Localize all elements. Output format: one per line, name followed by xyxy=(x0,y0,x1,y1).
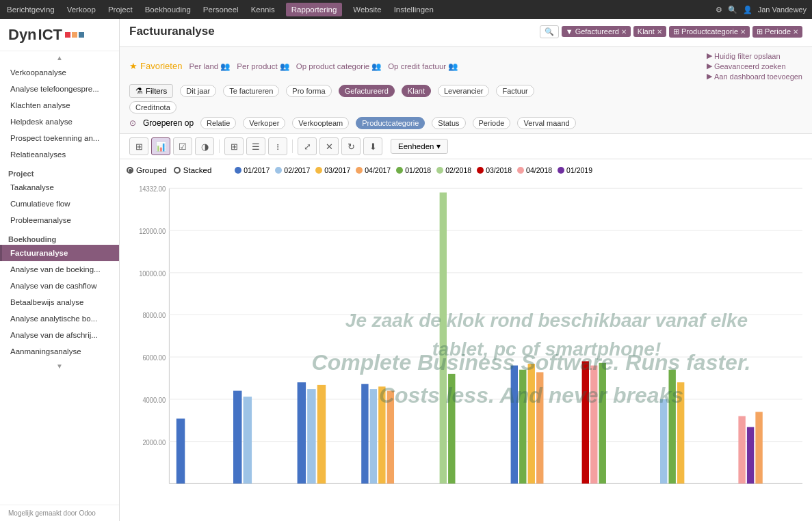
sidebar-down-arrow[interactable]: ▼ xyxy=(0,360,119,373)
chip-klant[interactable]: Klant ✕ xyxy=(633,26,666,37)
chip-periode-close[interactable]: ✕ xyxy=(793,28,798,36)
pill-verkoper[interactable]: Verkoper xyxy=(243,117,285,129)
pill-leverancier[interactable]: Leverancier xyxy=(438,85,489,97)
nav-boekhouding[interactable]: Boekhouding xyxy=(144,3,192,16)
legend-dot-04/2018 xyxy=(517,167,524,174)
op-credit-factuur-icon: 👥 xyxy=(448,62,458,71)
nav-kennis[interactable]: Kennis xyxy=(250,3,276,16)
sidebar-up-arrow[interactable]: ▲ xyxy=(0,51,119,64)
sidebar-item-relatie[interactable]: Relatieanalyses xyxy=(0,146,119,163)
huidig-filter-link[interactable]: ▶ Huidig filter opslaan xyxy=(707,51,802,60)
per-land-link[interactable]: Per land 👥 xyxy=(189,62,230,71)
nav-project[interactable]: Project xyxy=(107,3,134,16)
sidebar-item-telefoongespre[interactable]: Analyse telefoongespre... xyxy=(0,81,119,97)
columns-btn[interactable]: ⫶ xyxy=(268,137,287,155)
user-avatar[interactable]: 👤 xyxy=(743,5,752,14)
op-credit-factuur-link[interactable]: Op credit factuur 👥 xyxy=(388,62,458,71)
bar-chart-btn[interactable]: 📊 xyxy=(151,137,170,155)
sidebar-item-aanmanings[interactable]: Aanmaningsanalyse xyxy=(0,343,119,360)
bar-cat6-s3 xyxy=(528,364,535,483)
legend-dot-03/2017 xyxy=(315,167,322,174)
chart-svg: 14332.00 12000.00 10000.00 8000.00 6000.… xyxy=(127,180,802,500)
close-btn[interactable]: ✕ xyxy=(319,137,339,155)
nav-instellingen[interactable]: Instellingen xyxy=(393,3,435,16)
close-icon: ✕ xyxy=(326,142,333,152)
per-product-link[interactable]: Per product 👥 xyxy=(237,62,289,71)
bar-cat4-s2 xyxy=(370,389,377,483)
download-btn[interactable]: ⬇ xyxy=(363,137,382,155)
bar-cat4-s4 xyxy=(387,391,394,484)
bar-cat1-s1 xyxy=(176,418,185,483)
nav-rapportering[interactable]: Rapportering xyxy=(286,3,342,16)
chip-periode-icon: ⊞ xyxy=(757,27,763,36)
sidebar-item-betaalbewijs[interactable]: Betaalbewijs analyse xyxy=(0,294,119,310)
bar-cat6-s1 xyxy=(511,366,518,484)
sidebar-item-helpdesk[interactable]: Helpdesk analyse xyxy=(0,113,119,130)
chip-klant-close[interactable]: ✕ xyxy=(657,28,662,36)
grouped-option[interactable]: Grouped xyxy=(127,166,167,174)
stacked-option[interactable]: Stacked xyxy=(174,166,212,174)
sidebar-item-cumulatieve[interactable]: Cumulatieve flow xyxy=(0,196,119,212)
sidebar-item-analytische[interactable]: Analyse analytische bo... xyxy=(0,310,119,327)
chip-gefactureerd[interactable]: ▼ Gefactureerd ✕ xyxy=(562,26,631,37)
pill-pro-forma[interactable]: Pro forma xyxy=(286,85,331,97)
chip-gefactureerd-close[interactable]: ✕ xyxy=(621,28,627,36)
circle-btn[interactable]: ◑ xyxy=(195,137,214,155)
pill-factuur[interactable]: Factuur xyxy=(496,85,534,97)
expand-btn[interactable]: ⤢ xyxy=(298,137,317,155)
pill-relatie[interactable]: Relatie xyxy=(200,117,236,129)
pill-klant[interactable]: Klant xyxy=(402,85,431,97)
sidebar-item-verkoopanalyse[interactable]: Verkoopanalyse xyxy=(0,64,119,81)
pill-gefactureerd[interactable]: Gefactureerd xyxy=(339,85,395,97)
nav-personeel[interactable]: Personeel xyxy=(202,3,240,16)
sidebar-item-taak[interactable]: Taakanalyse xyxy=(0,179,119,196)
sidebar-item-prospect[interactable]: Prospect toekenning an... xyxy=(0,130,119,146)
chip-productcategorie-label: Productcategorie xyxy=(681,27,738,36)
chip-periode[interactable]: ⊞ Periode ✕ xyxy=(752,26,802,38)
sidebar-item-boeking[interactable]: Analyse van de boeking... xyxy=(0,261,119,278)
bar-cat2-s2 xyxy=(244,397,252,483)
nav-berichtgeving[interactable]: Berichtgeving xyxy=(5,3,56,16)
chip-periode-label: Periode xyxy=(765,27,791,36)
sidebar-item-afschrij[interactable]: Analyse van de afschrij... xyxy=(0,327,119,343)
bar-chart-icon: 📊 xyxy=(155,142,166,152)
pill-verkoopteam[interactable]: Verkoopteam xyxy=(292,117,349,129)
grid-btn[interactable]: ⊞ xyxy=(224,137,244,155)
dashboard-label: Aan dashboard toevoegen xyxy=(714,72,802,81)
search-icon[interactable]: 🔍 xyxy=(728,5,737,14)
chip-productcategorie[interactable]: ⊞ Productcategorie ✕ xyxy=(669,26,750,38)
chip-productcategorie-close[interactable]: ✕ xyxy=(740,28,746,36)
table-view-btn[interactable]: ⊞ xyxy=(129,137,148,155)
pill-verval-maand[interactable]: Verval maand xyxy=(517,117,575,129)
units-dropdown[interactable]: Eenheden ▾ xyxy=(391,139,448,154)
sidebar-item-cashflow[interactable]: Analyse van de cashflow xyxy=(0,278,119,294)
search-bar[interactable]: 🔍 xyxy=(540,25,559,38)
list-btn[interactable]: ☰ xyxy=(246,137,265,155)
pill-periode[interactable]: Periode xyxy=(473,117,511,129)
pill-dit-jaar[interactable]: Dit jaar xyxy=(180,85,216,97)
geavanceerd-link[interactable]: ▶ Geavanceerd zoeken xyxy=(707,62,802,70)
pill-te-factureren[interactable]: Te factureren xyxy=(223,85,279,97)
dashboard-link[interactable]: ▶ Aan dashboard toevoegen xyxy=(707,72,802,81)
check-btn[interactable]: ☑ xyxy=(173,137,192,155)
bar-cat7-s2 xyxy=(590,366,597,484)
pill-creditnota[interactable]: Creditnota xyxy=(129,101,176,113)
sidebar-item-factuuranalyse[interactable]: Factuuranalyse xyxy=(0,245,119,261)
filters-btn[interactable]: ⚗ Filters xyxy=(129,84,173,98)
settings-icon[interactable]: ⚙ xyxy=(716,5,722,14)
refresh-btn[interactable]: ↻ xyxy=(341,137,361,155)
op-product-cat-link[interactable]: Op product categorie 👥 xyxy=(296,62,381,71)
pill-productcategorie[interactable]: Productcategorie xyxy=(356,117,425,129)
sidebar-item-probleem[interactable]: Probleemanalyse xyxy=(0,212,119,228)
chip-klant-label: Klant xyxy=(638,27,655,36)
op-product-cat-label: Op product categorie xyxy=(296,62,369,70)
nav-verkoop[interactable]: Verkoop xyxy=(66,3,97,16)
favorites-btn[interactable]: ★ Favorieten xyxy=(129,61,182,71)
nav-website[interactable]: Website xyxy=(352,3,382,16)
chart-radio-group: Grouped Stacked xyxy=(127,166,211,174)
bar-cat5-s1 xyxy=(448,374,455,483)
right-links: ▶ Huidig filter opslaan ▶ Geavanceerd zo… xyxy=(707,51,802,81)
legend-dot-03/2018 xyxy=(477,167,484,174)
sidebar-item-klachten[interactable]: Klachten analyse xyxy=(0,97,119,113)
pill-status[interactable]: Status xyxy=(432,117,465,129)
